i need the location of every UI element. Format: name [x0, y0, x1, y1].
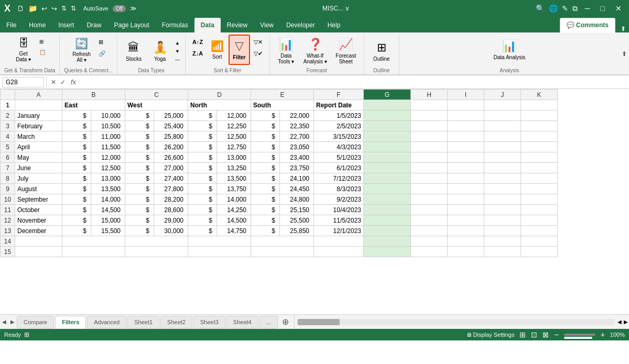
cell-a7[interactable]: June: [15, 163, 62, 173]
scroll-right-btn[interactable]: ▶: [623, 319, 629, 325]
cell-a9[interactable]: August: [15, 184, 62, 194]
cell-e12[interactable]: 25,500: [280, 215, 314, 226]
cell-i4[interactable]: [448, 131, 484, 142]
yoga-button[interactable]: 🧘 Yoga: [148, 36, 172, 67]
cell-f11[interactable]: 10/4/2023: [314, 205, 364, 215]
cell-c2[interactable]: 25,000: [154, 111, 188, 121]
cell-k14[interactable]: [521, 236, 558, 247]
properties-btn[interactable]: 📋: [37, 47, 48, 57]
cell-e9-dollar[interactable]: $: [251, 184, 280, 194]
cell-d8[interactable]: 13,500: [217, 173, 251, 184]
scroll-left-btn[interactable]: ◀: [616, 319, 623, 325]
cell-g6[interactable]: [364, 152, 411, 163]
cell-c9[interactable]: 27,800: [154, 184, 188, 194]
sheet-tab-sheet4[interactable]: Sheet4: [226, 316, 258, 328]
page-break-view-btn[interactable]: ⊠: [543, 330, 549, 339]
tab-draw[interactable]: Draw: [80, 18, 107, 32]
ribbon-collapse[interactable]: ⬆: [620, 34, 629, 74]
cell-b6[interactable]: 12,000: [91, 152, 125, 163]
cell-d7-dollar[interactable]: $: [188, 163, 217, 173]
cell-b11[interactable]: 14,500: [91, 205, 125, 215]
col-header-d[interactable]: D: [188, 90, 251, 100]
cell-d9-dollar[interactable]: $: [188, 184, 217, 194]
cell-c12[interactable]: 29,000: [154, 215, 188, 226]
cell-i1[interactable]: [448, 100, 484, 111]
refresh-all-button[interactable]: 🔄 RefreshAll ▾: [69, 35, 95, 65]
cell-b14[interactable]: [62, 236, 125, 247]
cell-b8[interactable]: 13,000: [91, 173, 125, 184]
cell-b8-dollar[interactable]: $: [62, 173, 91, 184]
cell-j5[interactable]: [484, 142, 521, 152]
quick-access-open[interactable]: 📁: [28, 4, 37, 13]
cell-c3-dollar[interactable]: $: [125, 121, 154, 131]
cell-d5[interactable]: 12,750: [217, 142, 251, 152]
cell-h14[interactable]: [411, 236, 448, 247]
cell-k3[interactable]: [521, 121, 558, 131]
cell-a10[interactable]: September: [15, 194, 62, 205]
cell-g15[interactable]: [364, 247, 411, 257]
cell-b10-dollar[interactable]: $: [62, 194, 91, 205]
cell-d6-dollar[interactable]: $: [188, 152, 217, 163]
cell-i6[interactable]: [448, 152, 484, 163]
cell-j7[interactable]: [484, 163, 521, 173]
cell-h6[interactable]: [411, 152, 448, 163]
accessibility-icon[interactable]: ⊞: [24, 331, 29, 338]
cell-k5[interactable]: [521, 142, 558, 152]
normal-view-btn[interactable]: ⊞: [519, 330, 526, 339]
cell-j1[interactable]: [484, 100, 521, 111]
cell-e10[interactable]: 24,800: [280, 194, 314, 205]
cell-g8[interactable]: [364, 173, 411, 184]
cell-b13-dollar[interactable]: $: [62, 226, 91, 236]
cell-k13[interactable]: [521, 226, 558, 236]
cell-j8[interactable]: [484, 173, 521, 184]
reapply-filter-button[interactable]: ▽✔: [251, 48, 265, 59]
cell-f5[interactable]: 4/3/2023: [314, 142, 364, 152]
cell-i5[interactable]: [448, 142, 484, 152]
sort-button[interactable]: 📶 Sort: [207, 35, 227, 65]
cell-d11[interactable]: 14,250: [217, 205, 251, 215]
cell-a2[interactable]: January: [15, 111, 62, 121]
cell-h3[interactable]: [411, 121, 448, 131]
sheet-tab-sheet3[interactable]: Sheet3: [193, 316, 225, 328]
cell-g13[interactable]: [364, 226, 411, 236]
connections-btn[interactable]: ⊞: [96, 37, 109, 47]
cell-e9[interactable]: 24,450: [280, 184, 314, 194]
cell-a4[interactable]: March: [15, 131, 62, 142]
cell-b7[interactable]: 12,500: [91, 163, 125, 173]
cell-j3[interactable]: [484, 121, 521, 131]
cell-f13[interactable]: 12/1/2023: [314, 226, 364, 236]
cell-e6[interactable]: 23,400: [280, 152, 314, 163]
ribbon-toggle-icon[interactable]: ✎: [562, 4, 568, 13]
col-header-e[interactable]: E: [251, 90, 314, 100]
cell-e15[interactable]: [251, 247, 314, 257]
tab-home[interactable]: Home: [23, 18, 52, 32]
col-header-a[interactable]: A: [15, 90, 62, 100]
cell-b10[interactable]: 14,000: [91, 194, 125, 205]
cell-e3-dollar[interactable]: $: [251, 121, 280, 131]
cell-d1[interactable]: North: [188, 100, 251, 111]
cell-b2[interactable]: 10,000: [91, 111, 125, 121]
cell-k4[interactable]: [521, 131, 558, 142]
cell-g4[interactable]: [364, 131, 411, 142]
cell-d11-dollar[interactable]: $: [188, 205, 217, 215]
cell-e1[interactable]: South: [251, 100, 314, 111]
more-commands[interactable]: ≫: [130, 5, 137, 12]
cell-c8[interactable]: 27,400: [154, 173, 188, 184]
cell-c10[interactable]: 28,200: [154, 194, 188, 205]
forecast-sheet-button[interactable]: 📈 ForecastSheet: [332, 36, 360, 67]
cell-j9[interactable]: [484, 184, 521, 194]
cell-i8[interactable]: [448, 173, 484, 184]
restore-icon[interactable]: ⧉: [572, 4, 578, 13]
col-header-g[interactable]: G: [364, 90, 411, 100]
sheet-add-btn[interactable]: ⊕: [279, 317, 292, 327]
cell-d13-dollar[interactable]: $: [188, 226, 217, 236]
cell-c6[interactable]: 26,600: [154, 152, 188, 163]
filter-button[interactable]: ▽ Filter: [229, 35, 250, 65]
maximize-btn[interactable]: □: [598, 4, 608, 13]
cell-h10[interactable]: [411, 194, 448, 205]
h-scrollbar[interactable]: [297, 319, 614, 325]
cell-f12[interactable]: 11/5/2023: [314, 215, 364, 226]
cell-d10-dollar[interactable]: $: [188, 194, 217, 205]
cell-d13[interactable]: 14,750: [217, 226, 251, 236]
cell-h7[interactable]: [411, 163, 448, 173]
